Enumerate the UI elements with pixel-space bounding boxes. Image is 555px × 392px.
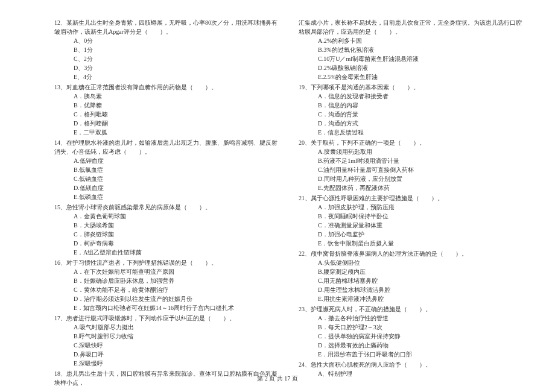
- option: E．用湿纱布盖于张口呼吸者的口部: [299, 350, 525, 359]
- question-text: 24、急性大面积心肌梗死的病人应给予（ ）。: [299, 360, 525, 369]
- question-22: 22、颅中窝骨折脑脊液鼻漏病人的处理方法正确的是（ ）。 A.头低健侧卧位 B.…: [299, 249, 525, 303]
- left-column: 12、某新生儿出生时全身青紫，四肢蜷展，无呼吸，心率80次／分，用洗耳球捅鼻有皱…: [54, 18, 281, 388]
- option: E.2.5%的金霉素鱼肝油: [299, 72, 525, 81]
- option: E.用抗生素溶液冲洗鼻腔: [299, 294, 525, 303]
- option: D．选择最有效的止痛药物: [299, 341, 525, 350]
- option: E.先配固体药，再配液体药: [299, 183, 525, 192]
- exam-page: 12、某新生儿出生时全身青紫，四肢蜷展，无呼吸，心率80次／分，用洗耳球捅鼻有皱…: [0, 0, 555, 392]
- option: C．提供单独的病室并保持安静: [299, 332, 525, 341]
- question-text: 22、颅中窝骨折脑脊液鼻漏病人的处理方法正确的是（ ）。: [299, 249, 525, 258]
- option: E.低磷血症: [54, 192, 281, 201]
- option: C、2分: [54, 54, 281, 63]
- option: D.低镁血症: [54, 183, 281, 192]
- question-text: 16、对于习惯性流产患者，下列护理措施错误的是（ ）。: [54, 258, 281, 267]
- option: C．肺炎链球菌: [54, 230, 281, 239]
- option: C.低钠血症: [54, 174, 281, 183]
- option: B.呼气时腹部尽力收缩: [54, 332, 281, 341]
- option: A.胶囊须用药匙取用: [299, 147, 525, 156]
- option: D.2%碳酸氢钠溶液: [299, 63, 525, 72]
- option: E．信息反馈过程: [299, 128, 525, 137]
- page-footer: 第 2 页 共 17 页: [0, 375, 555, 383]
- option: A.低钾血症: [54, 156, 281, 165]
- option: B．优降糖: [54, 101, 281, 110]
- option: C．黄体功能不足者，给黄体酮治疗: [54, 285, 281, 294]
- option: B．大肠埃希菌: [54, 221, 281, 230]
- option: D.同时用几种药液，应分别放置: [299, 174, 525, 183]
- option: B.腰穿测定颅内压: [299, 267, 525, 276]
- option: B.低氯血症: [54, 165, 281, 174]
- question-18-cont: 汇集成小片，家长称不易拭去，目前患儿饮食正常，无全身症状。为该患儿选行口腔粘膜局…: [299, 18, 525, 81]
- option: C.10万U／ml制霉菌素鱼肝油混悬溶液: [299, 54, 525, 63]
- option: C.用无菌棉球堵塞鼻腔: [299, 276, 525, 285]
- question-13: 13、对血糖在正常范围者没有降血糖作用的药物是（ ）。 A．胰岛素 B．优降糖 …: [54, 83, 281, 137]
- question-text: 14、在护理脱水补液的患儿时，如输液后患儿出现乏力、腹胀、肠鸣音减弱、腱反射消失…: [54, 138, 281, 156]
- option: D．加强心电监护: [299, 230, 525, 239]
- question-20: 20、关于取药，下列不正确的一项是（ ）。 A.胶囊须用药匙取用 B.药液不足1…: [299, 138, 525, 192]
- option: E、4分: [54, 72, 281, 81]
- option: D．柯萨奇病毒: [54, 239, 281, 248]
- option: D．治疗期必须达到以往发生流产的妊娠月份: [54, 294, 281, 303]
- question-21: 21、属于心源性呼吸困难的主要护理措施是（ ）。 A．加强皮肤护理，预防压疮 B…: [299, 194, 525, 248]
- option: E．A组乙型溶血性链球菌: [54, 248, 281, 257]
- option: E．二甲双胍: [54, 128, 281, 137]
- option: B．信息的内容: [299, 101, 525, 110]
- option: E．如宫颈内口松弛者可在妊娠14～16周时行子宫内口缝扎术: [54, 303, 281, 312]
- right-column: 汇集成小片，家长称不易拭去，目前患儿饮食正常，无全身症状。为该患儿选行口腔粘膜局…: [299, 18, 525, 388]
- option: B.药液不足1ml时须用滴管计量: [299, 156, 525, 165]
- question-text: 17、患者进行腹式呼吸锻炼时，下列动作应予以纠正的是（ ）。: [54, 314, 281, 323]
- option: D．沟通的方式: [299, 119, 525, 128]
- option: A．在下次妊娠前尽可能查明流产原因: [54, 267, 281, 276]
- option: C.油剂用量杯计量后可直接倒入药杯: [299, 165, 525, 174]
- option: D.用生理盐水棉球清洁鼻腔: [299, 285, 525, 294]
- option: A．加强皮肤护理，预防压疮: [299, 203, 525, 212]
- question-14: 14、在护理脱水补液的患儿时，如输液后患儿出现乏力、腹胀、肠鸣音减弱、腱反射消失…: [54, 138, 281, 201]
- option: B．每天口腔护理2～3次: [299, 323, 525, 332]
- option: A.吸气时腹部尽力挺出: [54, 323, 281, 332]
- option: B．夜间睡眠时保持半卧位: [299, 212, 525, 221]
- option: D．格列喹酮: [54, 119, 281, 128]
- question-16: 16、对于习惯性流产患者，下列护理措施错误的是（ ）。 A．在下次妊娠前尽可能查…: [54, 258, 281, 312]
- question-text: 汇集成小片，家长称不易拭去，目前患儿饮食正常，无全身症状。为该患儿选行口腔粘膜局…: [299, 18, 525, 36]
- question-text: 20、关于取药，下列不正确的一项是（ ）。: [299, 138, 525, 147]
- option: D、3分: [54, 63, 281, 72]
- question-text: 15、急性肾小球肾炎前驱感染最常见的病原体是（ ）。: [54, 203, 281, 212]
- question-15: 15、急性肾小球肾炎前驱感染最常见的病原体是（ ）。 A．金黄色葡萄球菌 B．大…: [54, 203, 281, 257]
- option: A、0分: [54, 36, 281, 45]
- question-19: 19、下列哪项不是沟通的基本因素（ ）。 A．信息的发现者和接受者 B．信息的内…: [299, 83, 525, 137]
- question-text: 19、下列哪项不是沟通的基本因素（ ）。: [299, 83, 525, 92]
- option: B．妊娠确诊后应卧床休息，加强营养: [54, 276, 281, 285]
- option: A．胰岛素: [54, 92, 281, 101]
- option: C.深吸快呼: [54, 341, 281, 350]
- option: A.头低健侧卧位: [299, 258, 525, 267]
- option: D.鼻吸口呼: [54, 350, 281, 359]
- question-text: 23、护理濒死病人时，不正确的措施是（ ）。: [299, 305, 525, 314]
- option: B.3%的过氧化氢溶液: [299, 45, 525, 54]
- option: A．撤去各种治疗性的管道: [299, 314, 525, 323]
- option: A.2%的利多卡因: [299, 36, 525, 45]
- question-text: 21、属于心源性呼吸困难的主要护理措施是（ ）。: [299, 194, 525, 203]
- question-text: 13、对血糖在正常范围者没有降血糖作用的药物是（ ）。: [54, 83, 281, 92]
- question-23: 23、护理濒死病人时，不正确的措施是（ ）。 A．撤去各种治疗性的管道 B．每天…: [299, 305, 525, 359]
- option: E．饮食中限制蛋白质摄入量: [299, 239, 525, 248]
- question-text: 12、某新生儿出生时全身青紫，四肢蜷展，无呼吸，心率80次／分，用洗耳球捅鼻有皱…: [54, 18, 281, 36]
- option: E.深吸慢呼: [54, 359, 281, 368]
- option: C．格列吡嗪: [54, 110, 281, 119]
- question-12: 12、某新生儿出生时全身青紫，四肢蜷展，无呼吸，心率80次／分，用洗耳球捅鼻有皱…: [54, 18, 281, 81]
- option: A．金黄色葡萄球菌: [54, 212, 281, 221]
- option: C．准确测量尿量和体重: [299, 221, 525, 230]
- option: C．沟通的背景: [299, 110, 525, 119]
- option: A．信息的发现者和接受者: [299, 92, 525, 101]
- option: B、1分: [54, 45, 281, 54]
- question-17: 17、患者进行腹式呼吸锻炼时，下列动作应予以纠正的是（ ）。 A.吸气时腹部尽力…: [54, 314, 281, 368]
